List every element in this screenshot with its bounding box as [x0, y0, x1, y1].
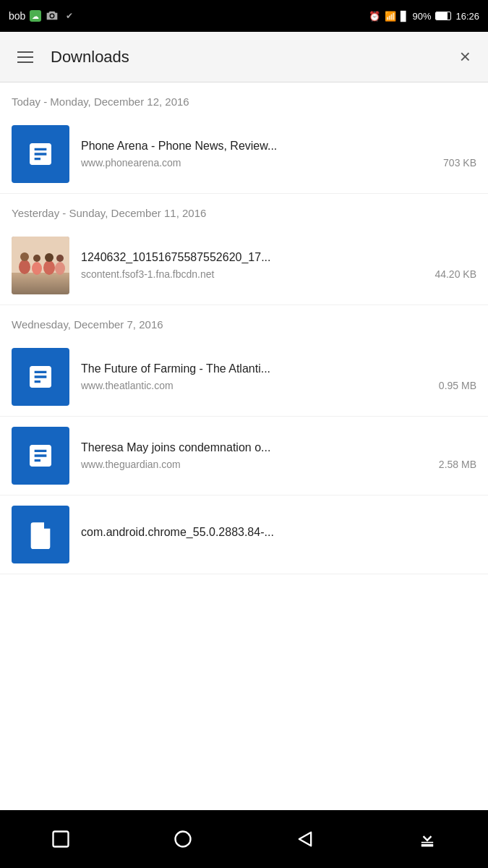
item-url: www.phonearena.com — [81, 157, 181, 169]
item-size: 2.58 MB — [439, 459, 476, 470]
item-title: 1240632_10151675587552620_17... — [81, 251, 476, 264]
alarm-icon: ⏰ — [369, 11, 380, 22]
svg-marker-13 — [299, 833, 311, 846]
wifi-icon: 📶 — [385, 11, 396, 22]
svg-point-6 — [33, 255, 40, 262]
notification-icon-3: ✔ — [63, 9, 76, 22]
status-bar: bob ☁ ✔ ⏰ 📶 ▊ 90% 16:26 — [0, 0, 488, 32]
notification-icon-1: ☁ — [30, 10, 41, 22]
svg-rect-11 — [53, 832, 69, 847]
section-header-today: Today - Monday, December 12, 2016 — [0, 82, 488, 115]
item-title: com.android.chrome_55.0.2883.84-... — [81, 526, 476, 539]
file-icon-photo — [12, 237, 69, 294]
section-header-yesterday: Yesterday - Sunday, December 11, 2016 — [0, 194, 488, 226]
app-bar: Downloads × — [0, 32, 488, 82]
battery-level: 90% — [412, 11, 431, 22]
svg-point-10 — [56, 255, 64, 262]
item-title: Phone Arena - Phone News, Review... — [81, 140, 476, 153]
nav-recents-button[interactable] — [43, 821, 79, 857]
svg-point-3 — [19, 260, 30, 274]
menu-button[interactable] — [12, 46, 39, 69]
svg-point-5 — [32, 262, 42, 275]
svg-point-8 — [45, 253, 53, 262]
status-bar-left: bob ☁ ✔ — [9, 9, 76, 22]
item-url: scontent.fsof3-1.fna.fbcdn.net — [81, 268, 214, 280]
item-info: The Future of Farming - The Atlanti... w… — [81, 362, 476, 391]
item-info: Theresa May joins condemnation o... www.… — [81, 441, 476, 470]
nav-bar — [0, 810, 488, 868]
item-info: com.android.chrome_55.0.2883.84-... — [81, 526, 476, 543]
item-size: 703 KB — [443, 157, 476, 169]
list-item[interactable]: 1240632_10151675587552620_17... scontent… — [0, 226, 488, 305]
page-title: Downloads — [51, 48, 454, 67]
svg-point-9 — [55, 262, 65, 275]
list-item[interactable]: Phone Arena - Phone News, Review... www.… — [0, 115, 488, 194]
svg-rect-2 — [12, 273, 69, 294]
section-header-wednesday: Wednesday, December 7, 2016 — [0, 305, 488, 338]
status-bar-right: ⏰ 📶 ▊ 90% 16:26 — [369, 11, 479, 22]
item-title: The Future of Farming - The Atlanti... — [81, 362, 476, 375]
file-icon-webpage — [12, 125, 69, 183]
nav-home-button[interactable] — [165, 821, 201, 857]
notification-icon-2 — [46, 9, 59, 22]
status-username: bob — [9, 10, 25, 22]
item-size: 44.20 KB — [435, 268, 476, 280]
list-item[interactable]: Theresa May joins condemnation o... www.… — [0, 417, 488, 495]
file-icon-webpage — [12, 348, 69, 406]
item-info: Phone Arena - Phone News, Review... www.… — [81, 140, 476, 169]
file-icon-webpage — [12, 427, 69, 485]
item-meta: www.theatlantic.com 0.95 MB — [81, 380, 476, 391]
item-url: www.theguardian.com — [81, 459, 181, 470]
nav-back-button[interactable] — [287, 821, 323, 857]
item-meta: www.phonearena.com 703 KB — [81, 157, 476, 169]
file-icon-apk — [12, 506, 69, 563]
svg-point-4 — [20, 252, 29, 261]
signal-icon: ▊ — [401, 11, 408, 22]
battery-icon — [435, 12, 451, 20]
item-size: 0.95 MB — [439, 380, 476, 391]
item-title: Theresa May joins condemnation o... — [81, 441, 476, 454]
list-item[interactable]: com.android.chrome_55.0.2883.84-... — [0, 495, 488, 574]
close-button[interactable]: × — [454, 40, 476, 74]
list-item[interactable]: The Future of Farming - The Atlanti... w… — [0, 338, 488, 417]
downloads-list: Today - Monday, December 12, 2016 Phone … — [0, 82, 488, 810]
svg-point-12 — [176, 832, 191, 847]
nav-download-button[interactable] — [409, 821, 445, 857]
item-info: 1240632_10151675587552620_17... scontent… — [81, 251, 476, 280]
item-meta: scontent.fsof3-1.fna.fbcdn.net 44.20 KB — [81, 268, 476, 280]
svg-point-7 — [43, 260, 55, 275]
clock: 16:26 — [455, 11, 479, 22]
item-meta: www.theguardian.com 2.58 MB — [81, 459, 476, 470]
item-url: www.theatlantic.com — [81, 380, 174, 391]
